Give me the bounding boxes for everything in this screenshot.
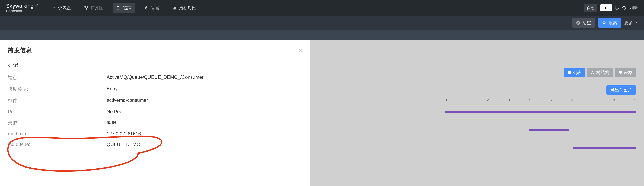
top-header: Skywalking Rocketbot 仪表盘 拓扑图 追踪 告警 指标对比 … [0,0,644,16]
timeline-bars [444,111,636,149]
tick: 2 [487,98,489,106]
tick: 9 [634,98,636,106]
nav-trace[interactable]: 追踪 [113,3,135,13]
detail-row: Peer:No Peer [8,109,302,114]
view-list-button[interactable]: 列表 [564,68,585,77]
detail-label: 端点: [8,74,106,81]
rocket-icon [34,4,38,8]
detail-label: 失败: [8,120,106,126]
table-icon [618,71,622,75]
detail-value: 127.0.0.1:61616 [106,131,141,137]
refresh-interval-input[interactable] [600,4,612,12]
detail-value: ActiveMQ/Queue/QUEUE_DEMO_/Consumer [106,74,204,81]
trace-timeline: 0123456789 [444,98,636,165]
tick: 5 [550,98,552,106]
modal-title: 跨度信息 [8,46,32,54]
nav-label: 告警 [151,5,160,11]
svg-point-9 [592,71,593,72]
export-image-button[interactable]: 导出为图片 [606,85,636,95]
tick: 4 [529,98,531,106]
detail-value: activemq-consumer [106,97,148,104]
filter-subbar [0,30,644,40]
span-info-modal: 跨度信息 × 标记. 端点:ActiveMQ/Queue/QUEUE_DEMO_… [0,40,310,186]
detail-row: mq.broker:127.0.0.1:61616 [8,131,302,137]
nav-label: 指标对比 [179,5,196,11]
nav-alarm[interactable]: 告警 [141,3,163,13]
detail-value: No Peer [106,109,124,114]
dashboard-icon [52,6,56,10]
span-bar[interactable] [444,111,636,113]
header-right: 自动 秒 刷新 [584,4,638,12]
span-bar[interactable] [573,147,636,149]
detail-row: 失败:false [8,120,302,126]
detail-label: mq.broker: [8,131,106,137]
tick: 7 [592,98,594,106]
svg-rect-4 [173,8,174,9]
svg-point-8 [603,21,605,24]
detail-row: 组件:activemq-consumer [8,97,302,104]
search-toolbar: 清空 搜索 更多 [0,16,644,30]
refresh-icon[interactable] [622,6,627,10]
button-label: 列表 [573,70,582,76]
nav-label: 追踪 [123,5,132,11]
button-label: 清空 [582,20,591,26]
button-label: 更多 [624,20,633,26]
tick: 0 [444,98,447,106]
logo: Skywalking Rocketbot [6,3,38,13]
logo-sub: Rocketbot [6,9,38,13]
detail-label: mq.queue: [8,142,106,147]
modal-header: 跨度信息 × [8,46,302,54]
view-tree-button[interactable]: 树结构 [587,68,613,77]
detail-label: Peer: [8,109,106,114]
main-content: 跨度信息 × 标记. 端点:ActiveMQ/Queue/QUEUE_DEMO_… [0,40,644,186]
svg-point-2 [86,9,87,10]
refresh-label[interactable]: 刷新 [630,5,638,11]
timeline-ticks: 0123456789 [444,98,636,106]
detail-row: 端点:ActiveMQ/Queue/QUEUE_DEMO_/Consumer [8,74,302,81]
logo-main: Skywalking [6,3,38,9]
tick: 3 [508,98,510,106]
search-button[interactable]: 搜索 [598,18,621,28]
svg-point-10 [591,73,592,74]
trace-icon [116,6,121,10]
alarm-icon [144,6,149,10]
button-label: 树结构 [596,70,609,76]
detail-row: mq.queue:QUEUE_DEMO_ [8,142,302,147]
tick: 8 [613,98,615,106]
nav-topology[interactable]: 拓扑图 [80,3,107,13]
tick: 6 [571,98,573,106]
detail-label: 组件: [8,97,106,104]
clear-button[interactable]: 清空 [572,18,595,28]
list-icon [568,71,571,75]
view-table-button[interactable]: 表格 [615,68,636,77]
chevron-up-icon [634,21,638,25]
detail-value: Entry [106,86,118,92]
detail-row: 跨度类型:Entry [8,86,302,92]
detail-label: 跨度类型: [8,86,106,92]
view-toggles: 列表 树结构 表格 [564,68,636,77]
detail-value: QUEUE_DEMO_ [106,142,143,147]
svg-rect-6 [176,7,176,9]
nav: 仪表盘 拓扑图 追踪 告警 指标对比 [48,3,200,13]
nav-dashboard[interactable]: 仪表盘 [48,3,75,13]
button-label: 搜索 [608,20,617,26]
right-panel: 列表 树结构 表格 导出为图片 [564,68,636,95]
modal-subtitle: 标记. [8,61,302,68]
svg-rect-5 [174,7,175,10]
close-icon[interactable]: × [298,47,302,54]
clear-icon [576,21,580,25]
topology-icon [84,6,88,10]
nav-label: 仪表盘 [58,5,71,11]
tree-icon [591,71,595,75]
svg-point-11 [593,73,594,74]
more-button[interactable]: 更多 [624,20,638,26]
search-icon [602,21,606,25]
nav-compare[interactable]: 指标对比 [169,3,200,13]
tick: 1 [466,98,468,106]
nav-label: 拓扑图 [90,5,104,11]
refresh-mode[interactable]: 自动 [584,4,598,12]
detail-value: false [106,120,117,126]
compare-icon [172,6,177,10]
span-bar[interactable] [529,129,569,131]
button-label: 表格 [624,70,632,76]
